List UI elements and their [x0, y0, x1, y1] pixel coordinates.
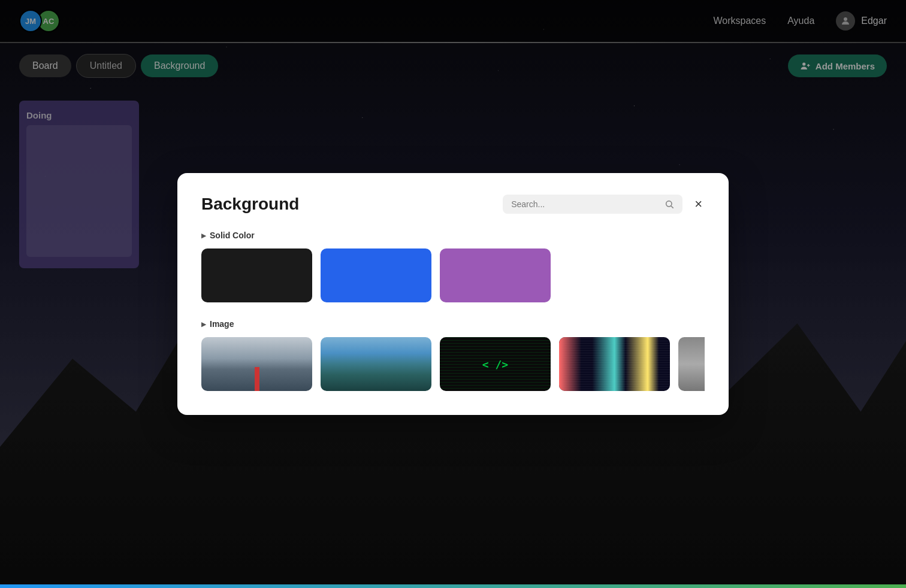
- image-thumb-code-dark[interactable]: [440, 337, 551, 391]
- close-button[interactable]: ×: [692, 195, 705, 213]
- color-grid: [201, 248, 705, 302]
- solid-color-section-header[interactable]: ▶ Solid Color: [201, 231, 705, 240]
- modal-title: Background: [201, 195, 299, 214]
- modal-header-right: ×: [503, 195, 705, 214]
- search-input[interactable]: [511, 199, 660, 209]
- search-box[interactable]: [503, 195, 682, 214]
- image-thumb-partial[interactable]: [678, 337, 705, 391]
- solid-color-arrow: ▶: [201, 232, 206, 239]
- modal-overlay[interactable]: Background × ▶ Solid Co: [0, 0, 906, 588]
- solid-color-label: Solid Color: [210, 231, 255, 240]
- image-thumb-code-color[interactable]: [559, 337, 670, 391]
- image-section-arrow: ▶: [201, 321, 206, 328]
- bottom-bar: [0, 584, 906, 588]
- image-section-header[interactable]: ▶ Image: [201, 319, 705, 329]
- background-modal: Background × ▶ Solid Co: [177, 173, 729, 415]
- image-section-label: Image: [210, 319, 234, 329]
- color-swatch-black[interactable]: [201, 248, 312, 302]
- image-thumb-village[interactable]: [321, 337, 431, 391]
- svg-point-4: [666, 201, 672, 207]
- modal-header: Background ×: [201, 195, 705, 214]
- image-grid: [201, 337, 705, 391]
- search-icon: [665, 199, 674, 209]
- image-thumb-lighthouse[interactable]: [201, 337, 312, 391]
- color-swatch-blue[interactable]: [321, 248, 431, 302]
- svg-line-5: [671, 206, 674, 208]
- close-icon: ×: [694, 196, 702, 211]
- color-swatch-purple[interactable]: [440, 248, 551, 302]
